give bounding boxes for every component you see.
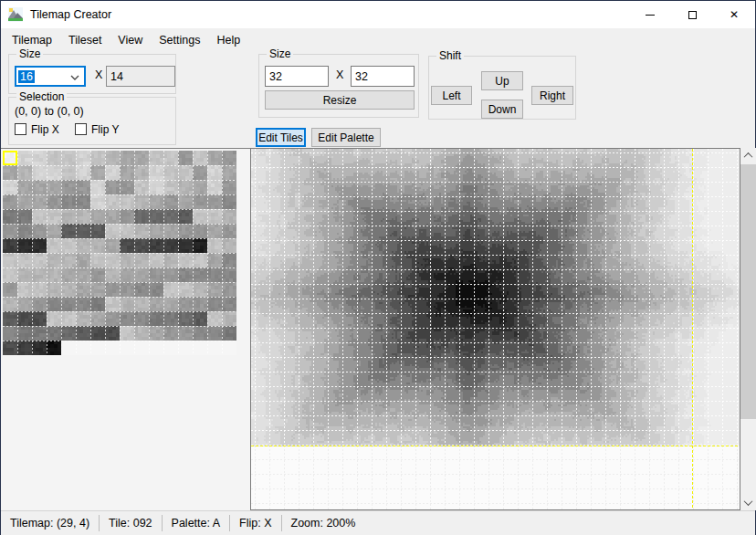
minimize-button[interactable] xyxy=(629,1,671,28)
chevron-up-icon xyxy=(744,152,753,162)
tileset-height-field xyxy=(106,66,175,87)
shift-group-label: Shift xyxy=(436,49,464,62)
menu-tileset[interactable]: Tileset xyxy=(60,30,110,50)
status-zoom: Zoom: 200% xyxy=(281,515,365,531)
shift-left-button[interactable]: Left xyxy=(431,86,472,105)
menu-view[interactable]: View xyxy=(110,30,151,50)
map-size-group: Size X Resize xyxy=(258,54,419,118)
maximize-icon xyxy=(688,11,697,19)
map-size-group-label: Size xyxy=(267,47,293,60)
tileset-panel xyxy=(1,148,250,510)
edit-palette-button[interactable]: Edit Palette xyxy=(311,128,381,147)
window-title: Tilemap Creator xyxy=(30,8,111,21)
app-window: Tilemap Creator ✕ Tilemap Tileset View S… xyxy=(0,0,756,535)
window-controls: ✕ xyxy=(629,1,755,28)
menu-bar: Tilemap Tileset View Settings Help xyxy=(1,28,755,52)
map-height-input[interactable] xyxy=(351,66,415,87)
status-tilemap-coords: Tilemap: (29, 4) xyxy=(1,515,99,531)
close-button[interactable]: ✕ xyxy=(713,1,755,28)
map-size-x-label: X xyxy=(336,68,343,81)
vertical-scrollbar[interactable] xyxy=(740,148,756,510)
shift-up-button[interactable]: Up xyxy=(481,71,523,90)
tilemap-panel xyxy=(250,148,740,510)
menu-settings[interactable]: Settings xyxy=(151,30,208,50)
shift-down-button[interactable]: Down xyxy=(481,100,523,119)
status-flip: Flip: X xyxy=(229,515,280,531)
tileset-size-group: Size 16 X xyxy=(8,54,176,94)
minimize-icon xyxy=(646,15,655,16)
edit-tiles-button[interactable]: Edit Tiles xyxy=(256,128,306,147)
menu-help[interactable]: Help xyxy=(208,30,248,50)
selection-group: Selection (0, 0) to (0, 0) Flip X Flip Y xyxy=(8,97,176,145)
map-width-input[interactable] xyxy=(265,66,329,87)
scrollbar-thumb[interactable] xyxy=(740,164,756,419)
tileset-width-combobox[interactable]: 16 xyxy=(15,66,86,87)
scroll-down-button[interactable] xyxy=(740,495,756,510)
tileset-width-value: 16 xyxy=(18,70,35,83)
app-icon xyxy=(8,7,23,22)
selection-group-label: Selection xyxy=(16,90,67,103)
tileset-canvas[interactable] xyxy=(3,151,236,355)
flip-y-label: Flip Y xyxy=(91,123,119,136)
flip-y-checkbox[interactable] xyxy=(75,123,87,135)
resize-button[interactable]: Resize xyxy=(265,90,415,110)
chevron-down-icon xyxy=(70,75,79,80)
tileset-size-group-label: Size xyxy=(16,47,43,60)
scroll-up-button[interactable] xyxy=(740,148,756,163)
title-bar: Tilemap Creator ✕ xyxy=(1,1,755,28)
close-icon: ✕ xyxy=(730,9,739,20)
chevron-down-icon xyxy=(744,497,753,506)
maximize-button[interactable] xyxy=(671,1,713,28)
status-tile: Tile: 092 xyxy=(99,515,161,531)
status-bar: Tilemap: (29, 4) Tile: 092 Palette: A Fl… xyxy=(1,510,755,535)
tilemap-canvas[interactable] xyxy=(251,149,740,509)
flip-x-checkbox[interactable] xyxy=(15,123,26,135)
status-palette: Palette: A xyxy=(162,515,230,531)
shift-group: Shift Up Left Right Down xyxy=(428,56,576,120)
flip-x-label: Flip X xyxy=(31,123,59,136)
tileset-size-x-label: X xyxy=(95,68,102,81)
shift-right-button[interactable]: Right xyxy=(531,86,573,105)
toolbar: Size 16 X Selection (0, 0) to (0, 0) Fli… xyxy=(1,52,755,148)
selection-range-text: (0, 0) to (0, 0) xyxy=(15,105,84,118)
